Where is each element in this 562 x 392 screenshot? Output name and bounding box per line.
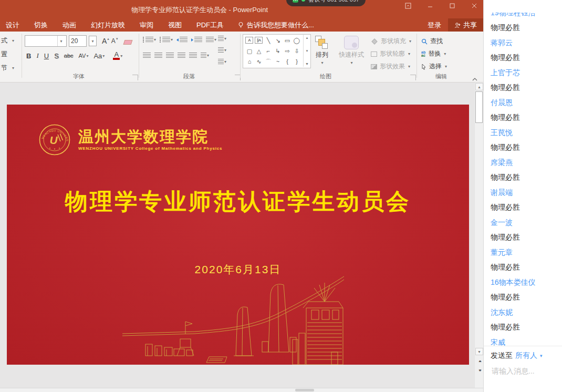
change-case-button[interactable]: Aa▾ (93, 52, 105, 60)
clear-formatting-button[interactable] (124, 38, 132, 45)
slide-vertical-scrollbar[interactable]: ▲ ▼ ▴▴ ▾▾ (474, 82, 483, 388)
tell-me-search[interactable]: 告诉我您想要做什么... (238, 20, 314, 30)
select-button[interactable]: 选择 ▾ (421, 62, 447, 71)
scroll-down-button[interactable]: ▼ (475, 348, 483, 355)
maximize-button[interactable] (449, 2, 456, 9)
university-logo[interactable]: WENZHOU UNIVERSITY U 温州大学数理学院 WENZHOU UN… (38, 123, 222, 156)
font-color-button[interactable]: A ▾ (113, 52, 122, 60)
chat-message-input[interactable] (491, 366, 556, 376)
align-center-button[interactable] (154, 53, 162, 58)
slide-horizontal-scrollbar[interactable] (0, 388, 483, 392)
shape-icon[interactable]: ⇩ (292, 46, 301, 56)
next-slide-button[interactable]: ▾▾ (476, 366, 483, 374)
scroll-up-button[interactable]: ▲ (475, 83, 483, 90)
shape-fill-button[interactable]: 形状填充▾ (371, 37, 411, 46)
numbering-icon (162, 37, 170, 43)
shape-icon[interactable]: ▢ (245, 46, 254, 56)
shape-icon[interactable]: ∿ (254, 56, 264, 67)
ribbon-tab[interactable]: 设计 (5, 20, 20, 30)
shape-icon[interactable]: ↳ (273, 46, 283, 56)
grow-font-button[interactable]: A▴ (102, 37, 109, 45)
line-spacing-button[interactable]: ▾ (206, 37, 216, 43)
ribbon-tab[interactable]: 动画 (62, 20, 77, 30)
shape-effects-button[interactable]: 形状效果▾ (371, 62, 410, 71)
shape-icon[interactable]: ⇨ (283, 46, 292, 56)
section-button-partial[interactable]: 节▾ (1, 64, 14, 73)
numbering-button[interactable]: ▾ (160, 37, 173, 43)
scrollbar-thumb[interactable] (475, 91, 483, 123)
underline-button[interactable]: U (44, 52, 49, 60)
bullets-button[interactable]: ▾ (143, 37, 156, 43)
shape-outline-button[interactable]: 形状轮廓▾ (371, 49, 410, 58)
bold-button[interactable]: B (26, 52, 31, 60)
shape-icon[interactable]: ▭ (283, 35, 292, 46)
align-right-button[interactable] (166, 53, 174, 58)
shape-icon[interactable]: { (283, 56, 292, 67)
text-shadow-button[interactable]: S (54, 52, 59, 60)
shape-icon[interactable]: ⌐ (264, 46, 273, 56)
chevron-down-icon[interactable]: ▾ (540, 353, 543, 358)
shape-icon[interactable]: ~ (273, 56, 283, 67)
font-size-combobox[interactable]: 20 (69, 35, 87, 47)
font-dialog-launcher[interactable] (132, 75, 138, 80)
meeting-id-badge[interactable]: 会议号 861 962 097 (286, 0, 366, 6)
character-spacing-button[interactable]: AV▾ (79, 53, 89, 59)
shape-icon[interactable]: ╲ (264, 35, 273, 46)
shape-icon[interactable]: ∥A (255, 37, 263, 44)
ribbon-tab[interactable]: 幻灯片放映 (90, 20, 126, 30)
convert-to-smartart-button[interactable]: ▾ (218, 59, 226, 65)
shape-icon[interactable]: ◯ (292, 35, 301, 46)
shape-icon[interactable]: △ (254, 46, 264, 56)
decrease-indent-button[interactable] (180, 37, 188, 43)
layout-button-partial[interactable]: 式▾ (1, 36, 14, 45)
shrink-font-button[interactable]: A▾ (111, 37, 118, 45)
distribute-button[interactable] (189, 53, 197, 58)
shape-icon[interactable]: } (292, 56, 301, 67)
shape-icon[interactable]: ↘ (273, 35, 283, 46)
font-size-dropdown[interactable]: ▾ (89, 36, 97, 46)
justify-button[interactable] (178, 53, 185, 58)
scroll-down-icon[interactable]: ▾ (306, 49, 308, 53)
ribbon-tab[interactable]: 切换 (34, 20, 48, 30)
replace-button[interactable]: ab ac 替换 ▾ (421, 49, 446, 58)
ribbon-tab[interactable]: 审阅 (139, 20, 154, 30)
previous-slide-button[interactable]: ▴▴ (476, 357, 483, 365)
italic-button[interactable]: I (36, 51, 38, 60)
campus-line-art[interactable] (118, 270, 344, 365)
quick-styles-button[interactable]: 快速样式 ▾ (339, 36, 364, 65)
close-button[interactable] (471, 2, 478, 9)
align-text-button[interactable]: ▾ (218, 47, 226, 53)
share-button[interactable]: 共享 (448, 18, 483, 32)
ribbon-tab[interactable]: 视图 (168, 20, 182, 30)
chevron-down-icon[interactable]: ▾ (57, 36, 65, 46)
text-direction-button[interactable]: ▾ (218, 36, 226, 42)
ribbon-display-options-button[interactable] (404, 2, 412, 9)
sign-in-button[interactable]: 登录 (428, 20, 441, 30)
scroll-up-icon[interactable]: ▴ (306, 36, 308, 40)
reset-button-partial[interactable]: 置 (1, 50, 7, 59)
increase-indent-button[interactable] (194, 37, 202, 43)
slide-title-text[interactable]: 物理学专业师范认证学生动员会 (7, 187, 469, 217)
font-name-combobox[interactable]: ▾ (25, 35, 67, 47)
slide-canvas[interactable]: WENZHOU UNIVERSITY U 温州大学数理学院 WENZHOU UN… (7, 105, 469, 365)
shape-icon[interactable]: ⌒ (264, 56, 273, 67)
columns-button[interactable]: ▾ (201, 53, 209, 58)
send-to-selector[interactable]: 所有人 (515, 351, 537, 360)
minimize-button[interactable] (426, 2, 434, 9)
send-to-label: 发送至 (491, 351, 513, 360)
align-left-button[interactable] (143, 53, 151, 58)
shapes-gallery-scrollbar[interactable]: ▴ ▾ ▼ (303, 35, 310, 67)
scrollbar-thumb[interactable] (295, 389, 314, 391)
pencil-outline-icon (371, 51, 377, 57)
strikethrough-button[interactable]: abc (64, 53, 74, 59)
ribbon-tab[interactable]: PDF工具 (196, 20, 224, 30)
chat-message-list[interactable]: 19物理程钰洁 物理必胜 蒋郭云 物理必胜 上官于芯 物理必胜 付晨恩 物理必胜… (491, 13, 560, 346)
collapse-ribbon-button[interactable] (472, 76, 478, 80)
find-button[interactable]: 查找 (421, 37, 443, 46)
shape-icon[interactable]: A (245, 37, 253, 44)
drawing-dialog-launcher[interactable] (410, 75, 416, 80)
shape-icon[interactable]: ⌂ (245, 56, 254, 67)
arrange-button[interactable]: 排列 ▾ (315, 36, 329, 65)
group-separator (22, 34, 22, 78)
gallery-more-icon[interactable]: ▼ (305, 62, 309, 66)
